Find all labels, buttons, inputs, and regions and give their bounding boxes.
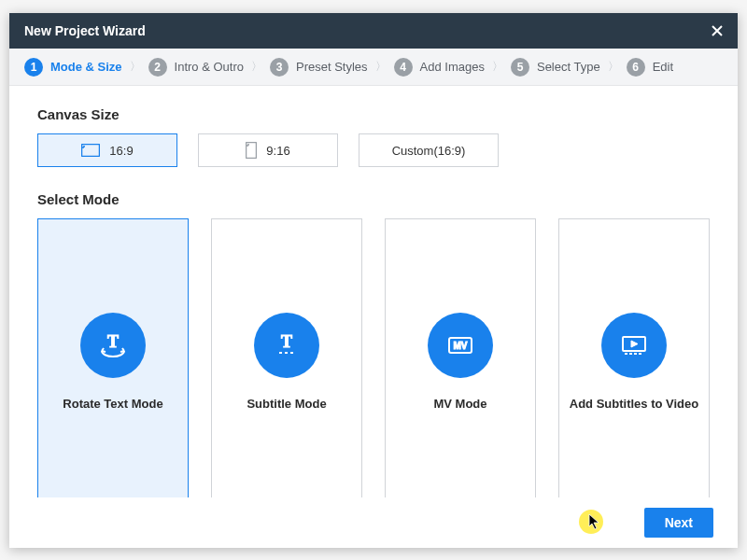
mode-card-rotate-text[interactable]: T Rotate Text Mode — [37, 218, 189, 497]
subtitle-icon: T — [254, 313, 319, 378]
next-button[interactable]: Next — [644, 508, 713, 538]
chevron-right-icon: 〉 — [490, 59, 505, 75]
step-edit[interactable]: 6 Edit — [627, 58, 673, 77]
canvas-size-heading: Canvas Size — [37, 106, 710, 122]
canvas-option-label: 9:16 — [266, 144, 289, 158]
wizard-footer: Next — [9, 497, 738, 548]
canvas-option-9-16[interactable]: 9:16 — [198, 133, 338, 167]
step-select-type[interactable]: 5 Select Type — [511, 58, 600, 77]
chevron-right-icon: 〉 — [128, 59, 143, 75]
wizard-step-rail: 1 Mode & Size 〉 2 Intro & Outro 〉 3 Pres… — [9, 49, 738, 86]
mode-card-subtitle[interactable]: T Subtitle Mode — [211, 218, 362, 497]
wizard-content-pane: Canvas Size 16:9 9:16 Custom(16:9) Selec… — [9, 86, 738, 497]
new-project-wizard-dialog: New Project Wizard 1 Mode & Size 〉 2 Int… — [9, 13, 738, 548]
close-button[interactable] — [708, 21, 726, 40]
chevron-right-icon: 〉 — [606, 59, 621, 75]
canvas-option-16-9[interactable]: 16:9 — [37, 133, 177, 167]
step-intro-outro[interactable]: 2 Intro & Outro — [148, 58, 244, 77]
canvas-size-options: 16:9 9:16 Custom(16:9) — [37, 133, 710, 167]
svg-text:T: T — [281, 332, 292, 351]
landscape-aspect-icon — [81, 144, 100, 157]
chevron-right-icon: 〉 — [374, 59, 388, 75]
mode-card-label: Subtitle Mode — [239, 397, 333, 411]
dialog-title: New Project Wizard — [24, 23, 146, 38]
mode-card-add-subtitles-video[interactable]: Add Subtitles to Video — [558, 218, 710, 497]
rotate-text-icon: T — [80, 313, 146, 378]
mode-card-mv[interactable]: MV MV Mode — [385, 218, 536, 497]
select-mode-heading: Select Mode — [37, 191, 710, 207]
video-subtitles-icon — [601, 313, 667, 378]
chevron-right-icon: 〉 — [249, 59, 264, 75]
step-preset-styles[interactable]: 3 Preset Styles — [270, 58, 368, 77]
svg-text:T: T — [107, 332, 119, 351]
canvas-option-custom[interactable]: Custom(16:9) — [359, 133, 499, 167]
mode-card-grid: T Rotate Text Mode T Subtitle Mode — [37, 218, 710, 497]
close-icon — [711, 24, 724, 37]
mode-card-label: Rotate Text Mode — [55, 397, 170, 411]
step-mode-and-size[interactable]: 1 Mode & Size — [24, 58, 122, 77]
svg-text:MV: MV — [454, 341, 468, 351]
dialog-titlebar: New Project Wizard — [9, 13, 738, 49]
mode-card-label: MV Mode — [426, 397, 494, 411]
portrait-aspect-icon — [246, 142, 257, 159]
mode-card-label: Add Subtitles to Video — [562, 397, 706, 411]
canvas-option-label: Custom(16:9) — [392, 144, 466, 158]
mv-icon: MV — [428, 313, 493, 378]
canvas-option-label: 16:9 — [109, 144, 133, 158]
step-add-images[interactable]: 4 Add Images — [394, 58, 485, 77]
